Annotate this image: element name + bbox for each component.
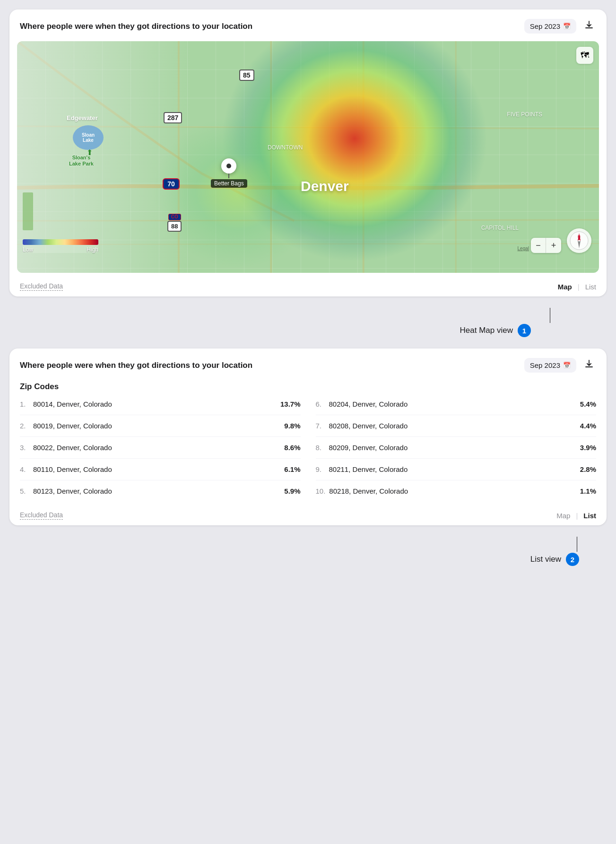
- card1-title: Where people were when they got directio…: [20, 22, 252, 31]
- zip-rank-9: 9.: [316, 465, 325, 473]
- location-pin: Better Bags: [211, 158, 247, 188]
- five-points-label: FIVE POINTS: [507, 111, 542, 118]
- card2-footer: Excluded Data Map | List: [9, 505, 607, 525]
- highway-88-label: 88: [167, 221, 182, 232]
- zip-codes-grid: 1. 80014, Denver, Colorado 13.7% 2. 8001…: [20, 393, 596, 502]
- pin-stem: [228, 174, 229, 178]
- callout-1-container: Heat Map view 1: [9, 308, 607, 337]
- capitol-hill-label: CAPITOL HILL: [481, 225, 519, 231]
- downtown-label: DOWNTOWN: [268, 144, 303, 151]
- zip-location-1: 80014, Denver, Colorado: [33, 400, 112, 408]
- callout-2-container: List view 2: [9, 537, 607, 566]
- callout-2-row: List view 2: [9, 537, 592, 566]
- zip-percent-10: 1.1%: [580, 487, 596, 495]
- zip-percent-5: 5.9%: [284, 487, 300, 495]
- zip-location-9: 80211, Denver, Colorado: [329, 465, 408, 473]
- highway-88: CO 88: [167, 214, 182, 232]
- zip-entry-left-2: 2. 80019, Denver, Colorado: [20, 422, 112, 430]
- card1-header: Where people were when they got directio…: [9, 9, 607, 41]
- svg-text:N: N: [578, 235, 581, 239]
- pin-label: Better Bags: [211, 179, 247, 188]
- zoom-in-button[interactable]: +: [546, 238, 561, 253]
- zip-percent-4: 6.1%: [284, 465, 300, 473]
- zip-percent-3: 8.6%: [284, 444, 300, 452]
- zip-rank-4: 4.: [20, 465, 29, 473]
- map-type-button[interactable]: 🗺: [576, 47, 593, 64]
- zip-entry-right-10: 10. 80218, Denver, Colorado: [316, 487, 408, 495]
- card2-header-right: Sep 2023 📅: [524, 357, 596, 374]
- zip-list-right: 6. 80204, Denver, Colorado 5.4% 7. 80208…: [316, 393, 597, 502]
- zip-codes-section: Zip Codes 1. 80014, Denver, Colorado 13.…: [9, 380, 607, 502]
- list-card: Where people were when they got directio…: [9, 348, 607, 525]
- zip-percent-6: 5.4%: [580, 400, 596, 408]
- zip-rank-7: 7.: [316, 422, 325, 430]
- view-toggle-2: Map | List: [556, 512, 596, 520]
- list-item: 6. 80204, Denver, Colorado 5.4%: [316, 393, 597, 415]
- zip-rank-6: 6.: [316, 400, 325, 408]
- heatmap-card: Where people were when they got directio…: [9, 9, 607, 296]
- list-item: 2. 80019, Denver, Colorado 9.8%: [20, 415, 301, 437]
- calendar-icon-2: 📅: [563, 362, 571, 369]
- zip-location-3: 80022, Denver, Colorado: [33, 444, 112, 452]
- list-view-button-1[interactable]: List: [585, 283, 596, 291]
- map-view-button-2[interactable]: Map: [556, 512, 570, 520]
- callout-2-line: [577, 537, 577, 552]
- zip-location-5: 80123, Denver, Colorado: [33, 487, 112, 495]
- excluded-data-button-1[interactable]: Excluded Data: [20, 282, 63, 291]
- callout-1-badge: 1: [518, 324, 531, 337]
- view-toggle-1: Map | List: [558, 283, 596, 291]
- zip-rank-2: 2.: [20, 422, 29, 430]
- list-item: 8. 80209, Denver, Colorado 3.9%: [316, 437, 597, 459]
- view-divider-1: |: [578, 283, 580, 291]
- view-divider-2: |: [576, 512, 578, 520]
- legend-high-label: High: [87, 246, 98, 253]
- list-item: 1. 80014, Denver, Colorado 13.7%: [20, 393, 301, 415]
- list-item: 10. 80218, Denver, Colorado 1.1%: [316, 480, 597, 502]
- list-item: 7. 80208, Denver, Colorado 4.4%: [316, 415, 597, 437]
- zoom-out-button[interactable]: −: [531, 238, 546, 253]
- list-item: 4. 80110, Denver, Colorado 6.1%: [20, 459, 301, 480]
- highway-70: 70: [163, 178, 180, 190]
- zoom-controls: − +: [531, 238, 561, 253]
- zip-percent-9: 2.8%: [580, 465, 596, 473]
- zip-location-6: 80204, Denver, Colorado: [329, 400, 408, 408]
- map-view-button-1[interactable]: Map: [558, 283, 572, 291]
- list-view-button-2[interactable]: List: [583, 512, 596, 520]
- card2-header: Where people were when they got directio…: [9, 348, 607, 380]
- zip-percent-1: 13.7%: [280, 400, 301, 408]
- zip-rank-3: 3.: [20, 444, 29, 452]
- zip-location-4: 80110, Denver, Colorado: [33, 465, 112, 473]
- sloan-lake: SloanLake: [73, 125, 104, 150]
- zip-entry-left-5: 5. 80123, Denver, Colorado: [20, 487, 112, 495]
- card1-date-button[interactable]: Sep 2023 📅: [524, 19, 576, 34]
- green-strip: [23, 192, 33, 230]
- map-container[interactable]: SloanLake ⬆ Sloan'sLake Park Edgewater F…: [17, 41, 599, 273]
- highway-287: 287: [164, 112, 182, 123]
- list-item: 9. 80211, Denver, Colorado 2.8%: [316, 459, 597, 480]
- zip-entry-left-1: 1. 80014, Denver, Colorado: [20, 400, 112, 408]
- zip-rank-8: 8.: [316, 444, 325, 452]
- calendar-icon: 📅: [563, 23, 571, 30]
- zip-codes-title: Zip Codes: [20, 382, 596, 392]
- zip-percent-2: 9.8%: [284, 422, 300, 430]
- zip-location-2: 80019, Denver, Colorado: [33, 422, 112, 430]
- card2-date-label: Sep 2023: [530, 361, 560, 369]
- pin-circle: [221, 158, 236, 174]
- card2-export-button[interactable]: [582, 357, 596, 374]
- callout-2-badge: 2: [566, 553, 579, 566]
- zip-entry-left-3: 3. 80022, Denver, Colorado: [20, 444, 112, 452]
- excluded-data-button-2[interactable]: Excluded Data: [20, 511, 63, 520]
- zip-percent-8: 3.9%: [580, 444, 596, 452]
- callout-1-label: Heat Map view: [460, 326, 513, 335]
- heatmap-left-fade: [17, 41, 599, 273]
- legend-gradient-bar: [23, 239, 98, 245]
- legal-link[interactable]: Legal: [518, 246, 529, 251]
- callout-2-label: List view: [530, 555, 561, 564]
- list-item: 3. 80022, Denver, Colorado 8.6%: [20, 437, 301, 459]
- zip-rank-5: 5.: [20, 487, 29, 495]
- card2-date-button[interactable]: Sep 2023 📅: [524, 358, 576, 373]
- card1-export-button[interactable]: [582, 18, 596, 35]
- highway-85: 85: [239, 70, 254, 81]
- highway-85-label: 85: [239, 70, 254, 81]
- highway-287-label: 287: [164, 112, 182, 123]
